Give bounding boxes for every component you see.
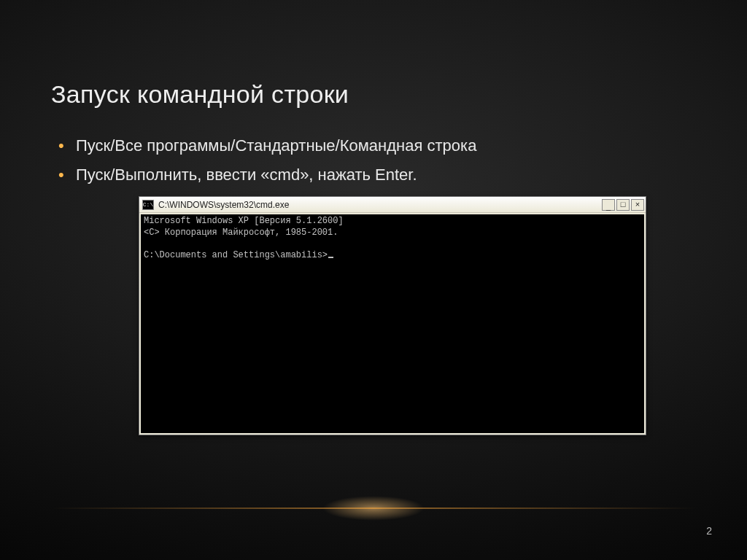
cmd-window-title: C:\WINDOWS\system32\cmd.exe [158,200,602,210]
cmd-body[interactable]: Microsoft Windows XP [Версия 5.1.2600] <… [141,214,644,433]
bullet-item: Пуск/Выполнить, ввести «cmd», нажать Ent… [58,163,696,187]
cmd-body-frame: Microsoft Windows XP [Версия 5.1.2600] <… [139,213,646,435]
divider [51,508,696,509]
close-button[interactable]: × [631,199,644,211]
cmd-window: C:\ C:\WINDOWS\system32\cmd.exe _ □ × Mi… [139,196,646,435]
cursor-icon [328,257,333,258]
bullet-item: Пуск/Все программы/Стандартные/Командная… [58,133,696,158]
slide: Запуск командной строки Пуск/Все програм… [0,0,747,560]
maximize-button[interactable]: □ [616,199,630,211]
cmd-prompt: C:\Documents and Settings\amabilis> [144,250,328,260]
terminal-icon: C:\ [142,200,154,210]
cmd-output-line: <C> Корпорация Майкрософт, 1985-2001. [144,228,338,238]
page-number: 2 [706,525,712,537]
minimize-button[interactable]: _ [602,199,615,211]
cmd-output-line: Microsoft Windows XP [Версия 5.1.2600] [144,216,344,226]
cmd-titlebar[interactable]: C:\ C:\WINDOWS\system32\cmd.exe _ □ × [139,197,646,213]
slide-title: Запуск командной строки [51,80,696,109]
bullet-list: Пуск/Все программы/Стандартные/Командная… [58,133,696,187]
